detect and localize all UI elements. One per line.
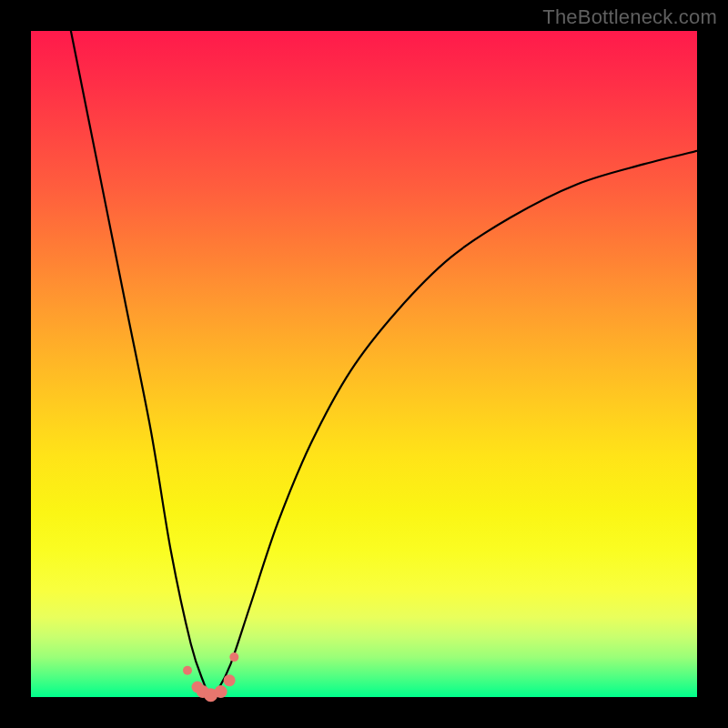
watermark-text: TheBottleneck.com xyxy=(542,5,717,29)
chart-plot-area xyxy=(31,31,697,697)
highlight-dot xyxy=(183,666,192,675)
highlight-dot xyxy=(224,674,236,686)
highlight-dot xyxy=(215,685,228,698)
highlight-dot xyxy=(229,652,238,662)
chart-frame: TheBottleneck.com xyxy=(0,0,728,728)
bottleneck-curve xyxy=(71,31,697,697)
chart-svg xyxy=(31,31,697,697)
highlight-dots-group xyxy=(183,652,238,702)
